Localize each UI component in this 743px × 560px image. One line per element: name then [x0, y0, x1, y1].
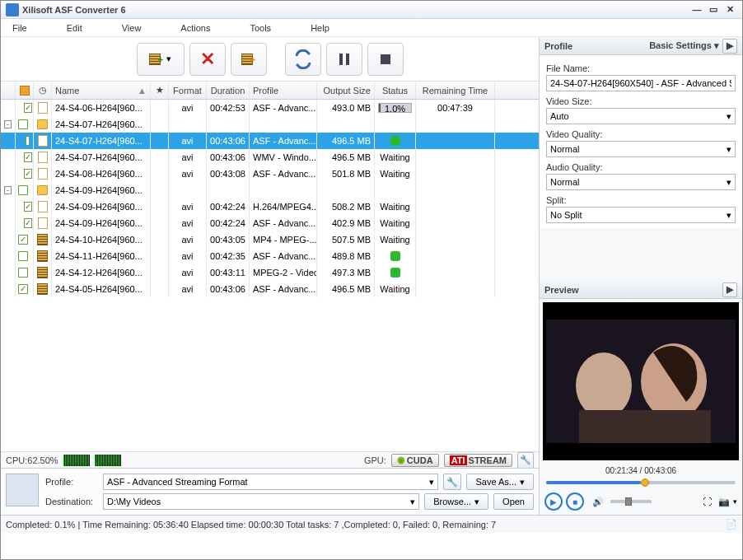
dest-label: Destination:: [45, 497, 98, 506]
table-row[interactable]: 24-S4-05-H264[960...avi00:43:06ASF - Adv…: [1, 281, 539, 297]
aq-label: Audio Quality:: [546, 162, 736, 172]
folder-icon: [37, 119, 48, 129]
status-bar: Completed: 0.1% | Time Remaining: 05:36:…: [1, 515, 742, 533]
row-checkbox[interactable]: [24, 169, 32, 179]
table-row[interactable]: 24-S4-10-H264[960...avi00:43:05MP4 - MPE…: [1, 231, 539, 248]
close-button[interactable]: ✕: [722, 3, 737, 16]
preview-slider[interactable]: [546, 477, 736, 488]
browse-button[interactable]: Browse...▾: [424, 493, 488, 510]
table-row[interactable]: -24-S4-07-H264[960...: [1, 116, 539, 133]
table-row[interactable]: 24-S4-12-H264[960...avi00:43:11MPEG-2 - …: [1, 264, 539, 281]
play-button[interactable]: ▶: [544, 492, 563, 511]
minimize-button[interactable]: —: [689, 3, 704, 16]
stop-button[interactable]: [367, 43, 404, 76]
col-duration[interactable]: Duration: [207, 82, 250, 99]
fullscreen-icon[interactable]: ⛶: [703, 497, 712, 506]
profile-expand-icon[interactable]: ▶: [722, 39, 737, 54]
menu-edit[interactable]: Edit: [67, 23, 82, 33]
toolbar: +▾ ✕ +: [1, 37, 539, 82]
vq-field[interactable]: Normal▾: [546, 141, 736, 157]
maximize-button[interactable]: ▭: [706, 3, 721, 16]
row-checkbox[interactable]: [18, 251, 28, 261]
profile-combo[interactable]: ASF - Advanced Streaming Format▾: [103, 474, 438, 490]
save-as-button[interactable]: Save As...▾: [466, 474, 534, 490]
menu-actions[interactable]: Actions: [180, 23, 210, 33]
table-row[interactable]: 24-S4-09-H264[960...avi00:42:24ASF - Adv…: [1, 215, 539, 231]
pv-stop-button[interactable]: ■: [566, 492, 584, 511]
col-profile[interactable]: Profile: [250, 82, 317, 99]
profile-panel-header: Profile Basic Settings ▾ ▶: [540, 37, 742, 55]
row-name: 24-S4-05-H264[960...: [52, 281, 151, 297]
menu-tools[interactable]: Tools: [250, 23, 271, 33]
add-file-button[interactable]: +▾: [137, 43, 185, 76]
volume-icon[interactable]: 🔊: [592, 497, 604, 507]
table-row[interactable]: 24-S4-06-H264[960...avi00:42:53ASF - Adv…: [1, 100, 539, 116]
snapshot-icon[interactable]: 📷: [718, 497, 730, 507]
row-name: 24-S4-07-H264[960...: [52, 133, 151, 149]
profile-wrench[interactable]: 🔧: [443, 474, 461, 490]
aq-field[interactable]: Normal▾: [546, 174, 736, 190]
row-checkbox[interactable]: [24, 202, 32, 212]
row-name: 24-S4-06-H264[960...: [52, 100, 151, 116]
col-status[interactable]: Status: [375, 82, 416, 99]
film-icon: [37, 283, 48, 295]
row-checkbox[interactable]: [26, 136, 30, 146]
table-row[interactable]: 24-S4-11-H264[960...avi00:42:35ASF - Adv…: [1, 248, 539, 264]
clock-icon: ◷: [34, 82, 52, 99]
document-icon: [38, 102, 48, 114]
pause-button[interactable]: [326, 43, 362, 76]
videosize-field[interactable]: Auto▾: [546, 108, 736, 124]
row-checkbox[interactable]: [24, 103, 32, 113]
volume-slider[interactable]: [610, 500, 652, 503]
row-name: 24-S4-12-H264[960...: [52, 264, 151, 281]
settings-icon[interactable]: 🔧: [517, 452, 534, 469]
file-list[interactable]: 24-S4-06-H264[960...avi00:42:53ASF - Adv…: [1, 100, 539, 451]
col-star[interactable]: ★: [151, 82, 169, 99]
basic-settings-link[interactable]: Basic Settings ▾: [649, 40, 719, 51]
table-row[interactable]: 24-S4-07-H264[960...avi00:43:06ASF - Adv…: [1, 133, 539, 149]
table-row[interactable]: -24-S4-09-H264[960...: [1, 182, 539, 198]
col-remaining[interactable]: Remaining Time: [416, 82, 495, 99]
preview-image: [543, 302, 739, 460]
preview-expand-icon[interactable]: ▶: [722, 282, 737, 297]
table-row[interactable]: 24-S4-08-H264[960...avi00:43:08ASF - Adv…: [1, 166, 539, 182]
row-checkbox[interactable]: [18, 268, 28, 278]
film-icon: [37, 234, 48, 245]
row-checkbox[interactable]: [24, 218, 32, 228]
row-checkbox[interactable]: [18, 119, 28, 129]
col-format[interactable]: Format: [169, 82, 207, 99]
ati-badge: ATISTREAM: [444, 454, 512, 467]
table-row[interactable]: 24-S4-07-H264[960...avi00:43:06WMV - Win…: [1, 149, 539, 166]
menu-help[interactable]: Help: [311, 23, 329, 33]
menu-view[interactable]: View: [122, 23, 142, 33]
dest-combo[interactable]: D:\My Videos▾: [103, 493, 419, 510]
delete-button[interactable]: ✕: [189, 43, 226, 76]
row-checkbox[interactable]: [24, 152, 32, 162]
ready-icon: [390, 251, 400, 261]
profile-thumb: [6, 474, 39, 506]
col-name[interactable]: Name▲: [52, 82, 151, 99]
log-icon[interactable]: 📄: [726, 519, 737, 530]
menu-file[interactable]: File: [12, 23, 27, 33]
add-output-button[interactable]: +: [231, 43, 267, 76]
row-checkbox[interactable]: [18, 235, 28, 245]
tree-toggle[interactable]: -: [4, 120, 12, 128]
row-checkbox[interactable]: [18, 185, 28, 195]
svg-rect-1: [346, 54, 349, 65]
split-field[interactable]: No Split▾: [546, 207, 736, 223]
open-button[interactable]: Open: [493, 493, 534, 510]
row-checkbox[interactable]: [18, 284, 28, 294]
document-icon: [38, 201, 48, 212]
film-icon: [37, 267, 48, 278]
svg-rect-2: [381, 54, 390, 64]
convert-button[interactable]: [285, 43, 321, 76]
select-all-checkbox[interactable]: [16, 82, 34, 99]
col-output[interactable]: Output Size: [317, 82, 375, 99]
row-name: 24-S4-08-H264[960...: [52, 166, 151, 182]
document-icon: [38, 152, 48, 163]
tree-toggle[interactable]: -: [4, 186, 12, 194]
filename-field[interactable]: 24-S4-07-H264[960X540] - ASF - Advanced …: [546, 75, 736, 91]
gpu-label: GPU:: [364, 455, 386, 465]
table-row[interactable]: 24-S4-09-H264[960...avi00:42:24H.264/MPE…: [1, 198, 539, 215]
table-header: ◷ Name▲ ★ Format Duration Profile Output…: [1, 82, 539, 100]
